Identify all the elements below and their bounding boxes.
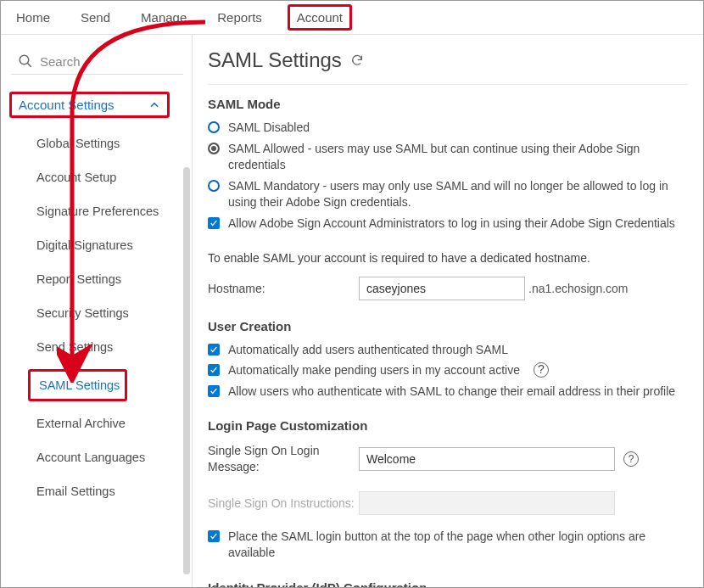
search-icon [18,53,33,69]
radio-saml-disabled[interactable] [208,121,220,133]
checkbox-allow-email[interactable] [208,385,220,397]
sidebar-item-digsig[interactable]: Digital Signatures [9,228,192,262]
sidebar-scrollbar[interactable] [183,167,190,574]
sidebar-item-security[interactable]: Security Settings [9,296,192,330]
sidebar-item-extarch[interactable]: External Archive [9,406,192,440]
search-placeholder: Search [40,54,81,69]
sidebar-section-highlight: Account Settings [9,92,170,118]
checkbox-admin-allow[interactable] [208,217,220,229]
nav-home[interactable]: Home [11,3,55,31]
checkbox-place-top[interactable] [208,530,220,542]
sidebar-item-saml[interactable]: SAML Settings [28,369,127,401]
main-content: SAML Settings SAML Mode SAML Disabled SA… [193,35,703,587]
sidebar-section-label[interactable]: Account Settings [19,98,115,112]
hostname-input[interactable] [359,277,525,300]
svg-point-0 [20,55,29,64]
login-custom-heading: Login Page Customization [208,418,688,433]
checkbox-auto-add[interactable] [208,344,220,356]
hostname-note: To enable SAML your account is required … [208,251,688,265]
nav-account[interactable]: Account [297,10,343,25]
help-icon[interactable]: ? [534,362,549,378]
sidebar: Search Account Settings Global Settings … [1,35,193,587]
sidebar-item-email[interactable]: Email Settings [9,474,192,508]
nav-account-highlight: Account [288,4,352,31]
checkbox-auto-pending[interactable] [208,364,220,376]
page-title: SAML Settings [208,48,688,85]
sidebar-item-lang[interactable]: Account Languages [9,440,192,474]
sidebar-item-global[interactable]: Global Settings [9,126,192,160]
sidebar-item-setup[interactable]: Account Setup [9,160,192,194]
nav-send[interactable]: Send [75,3,115,31]
sso-msg-input[interactable] [359,447,615,471]
radio-saml-mandatory[interactable] [208,180,220,192]
label-auto-pending: Automatically make pending users in my a… [228,362,520,379]
label-auto-add: Automatically add users authenticated th… [228,342,508,359]
refresh-icon[interactable] [350,53,364,67]
label-saml-allowed: SAML Allowed - users may use SAML but ca… [228,141,688,174]
hostname-suffix: .na1.echosign.com [528,282,629,295]
user-creation-heading: User Creation [208,319,688,333]
top-nav: Home Send Manage Reports Account [1,1,703,35]
nav-reports[interactable]: Reports [212,3,267,31]
sso-msg-label: Single Sign On Login Message: [208,443,355,473]
sidebar-item-sigpref[interactable]: Signature Preferences [9,194,192,228]
nav-manage[interactable]: Manage [136,3,192,31]
sso-instr-label: Single Sign On Instructions: [208,496,355,510]
label-saml-disabled: SAML Disabled [228,120,310,137]
sso-instr-input [359,491,615,515]
search-input[interactable]: Search [11,48,183,75]
label-place-top: Place the SAML login button at the top o… [228,529,688,562]
radio-saml-allowed[interactable] [208,143,220,154]
svg-line-1 [27,63,31,67]
saml-mode-heading: SAML Mode [208,97,688,111]
help-icon-sso[interactable]: ? [623,451,639,467]
sidebar-item-report[interactable]: Report Settings [9,262,192,296]
label-saml-mandatory: SAML Mandatory - users may only use SAML… [228,178,688,211]
label-admin-allow: Allow Adobe Sign Account Administrators … [228,216,675,232]
label-allow-email: Allow users who authenticate with SAML t… [228,384,675,400]
idp-heading: Identity Provider (IdP) Configuration [208,580,688,587]
sidebar-item-sendset[interactable]: Send Settings [9,330,192,364]
hostname-label: Hostname: [208,282,355,295]
chevron-up-icon[interactable] [148,99,160,111]
